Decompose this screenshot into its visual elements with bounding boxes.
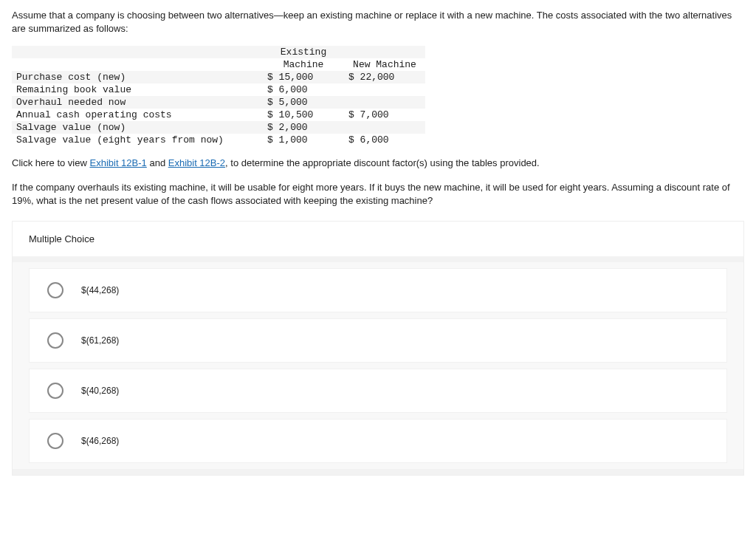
mc-option-label: $(40,268) — [81, 386, 119, 396]
mc-option-label: $(44,268) — [81, 285, 119, 295]
table-row: Annual cash operating costs $ 10,500 $ 7… — [12, 109, 425, 121]
radio-icon[interactable] — [47, 332, 63, 349]
radio-icon[interactable] — [47, 433, 63, 449]
radio-icon[interactable] — [47, 282, 63, 298]
mc-option-3[interactable]: $(40,268) — [29, 369, 727, 413]
mc-option-1[interactable]: $(44,268) — [29, 268, 727, 312]
exhibit-12b-2-link[interactable]: Exhibit 12B-2 — [168, 157, 225, 168]
question-intro: Assume that a company is choosing betwee… — [12, 9, 744, 35]
question-text: If the company overhauls its existing ma… — [12, 181, 744, 208]
exhibit-12b-1-link[interactable]: Exhibit 12B-1 — [89, 157, 146, 168]
col-header-existing-1: Existing — [263, 46, 344, 58]
mc-option-4[interactable]: $(46,268) — [29, 419, 727, 463]
table-row: Purchase cost (new) $ 15,000 $ 22,000 — [12, 71, 425, 83]
table-row: Salvage value (now) $ 2,000 — [12, 121, 425, 134]
table-row: Salvage value (eight years from now) $ 1… — [12, 134, 425, 146]
col-header-new: New Machine — [344, 58, 425, 71]
multiple-choice-heading: Multiple Choice — [13, 222, 743, 262]
table-row: Overhaul needed now $ 5,000 — [12, 96, 425, 109]
radio-icon[interactable] — [47, 383, 63, 399]
table-row: Remaining book value $ 6,000 — [12, 83, 425, 96]
cost-table: Existing Machine New Machine Purchase co… — [12, 46, 425, 146]
col-header-existing-2: Machine — [263, 58, 344, 71]
multiple-choice-block: Multiple Choice $(44,268) $(61,268) $(40… — [12, 221, 744, 476]
mc-option-label: $(46,268) — [81, 436, 119, 446]
mc-option-2[interactable]: $(61,268) — [29, 318, 727, 363]
mc-option-label: $(61,268) — [81, 335, 119, 346]
exhibit-line: Click here to view Exhibit 12B-1 and Exh… — [12, 157, 744, 170]
